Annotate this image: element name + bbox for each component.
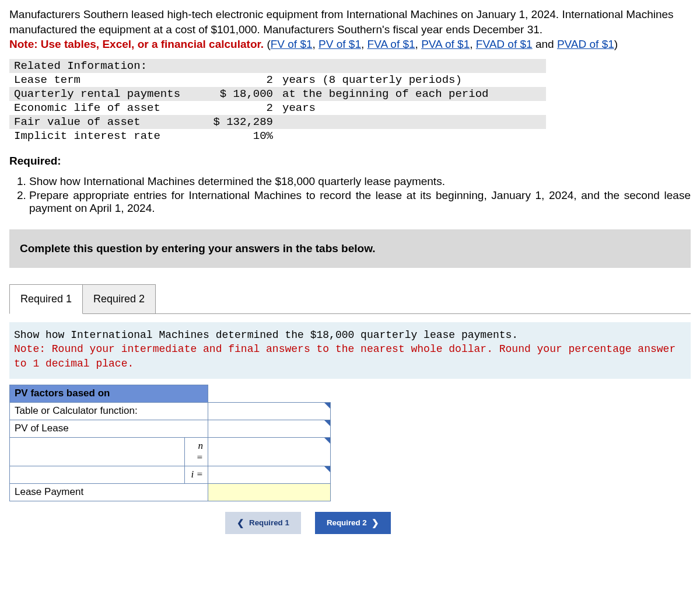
- info-label: Fair value of asset: [9, 115, 208, 129]
- next-button-label: Required 2: [327, 518, 367, 527]
- pv-of-lease-input[interactable]: [208, 420, 331, 437]
- info-note: [278, 115, 546, 129]
- lease-payment-label: Lease Payment: [10, 483, 208, 501]
- problem-intro: Manufacturers Southern leased high-tech …: [9, 7, 691, 52]
- info-value: 2: [208, 73, 278, 87]
- tab-required-1[interactable]: Required 1: [9, 284, 83, 314]
- complete-instruction: Complete this question by entering your …: [9, 229, 691, 268]
- info-note: years: [278, 101, 546, 115]
- info-note: [278, 129, 546, 143]
- dropdown-icon: [324, 438, 330, 444]
- pv-blank-label-n: [10, 437, 185, 466]
- info-label: Implicit interest rate: [9, 129, 208, 143]
- lease-payment-input[interactable]: [208, 483, 331, 501]
- info-value: 10%: [208, 129, 278, 143]
- link-pva-of-1[interactable]: PVA of $1: [421, 38, 470, 50]
- dropdown-icon: [324, 403, 330, 409]
- info-note: years (8 quarterly periods): [278, 73, 546, 87]
- n-input[interactable]: [208, 437, 331, 466]
- link-pvad-of-1[interactable]: PVAD of $1: [557, 38, 614, 50]
- info-label: Quarterly rental payments: [9, 87, 208, 101]
- dropdown-icon: [324, 466, 330, 472]
- chevron-left-icon: ❮: [237, 518, 244, 528]
- note-use-tables: Note: Use tables, Excel, or a financial …: [9, 38, 264, 50]
- prev-button-label: Required 1: [249, 518, 289, 527]
- intro-text: Manufacturers Southern leased high-tech …: [9, 8, 674, 36]
- link-fv-of-1[interactable]: FV of $1: [271, 38, 313, 50]
- next-button[interactable]: Required 2 ❯: [315, 512, 391, 534]
- nav-buttons: ❮ Required 1 Required 2 ❯: [9, 512, 691, 534]
- required-heading: Required:: [9, 155, 691, 168]
- required-item-2: Prepare appropriate entries for Internat…: [29, 189, 691, 215]
- info-label: Economic life of asset: [9, 101, 208, 115]
- prompt-note: Note: Round your intermediate and final …: [14, 342, 686, 371]
- info-note: at the beginning of each period: [278, 87, 546, 101]
- required-list: Show how International Machines determin…: [9, 175, 691, 215]
- info-value: $ 18,000: [208, 87, 278, 101]
- prompt-line-1: Show how International Machines determin…: [14, 328, 686, 342]
- pv-factors-table: PV factors based on Table or Calculator …: [9, 385, 331, 501]
- tab-panel-required-1: Show how International Machines determin…: [9, 313, 691, 534]
- info-value: $ 132,289: [208, 115, 278, 129]
- n-equals-label: n =: [185, 437, 208, 466]
- pv-function-input[interactable]: [208, 402, 331, 420]
- i-input[interactable]: [208, 466, 331, 483]
- i-equals-label: i =: [185, 466, 208, 483]
- info-header: Related Information:: [9, 59, 546, 73]
- tab-required-2[interactable]: Required 2: [82, 284, 156, 314]
- link-pv-of-1[interactable]: PV of $1: [318, 38, 361, 50]
- pv-of-lease-label: PV of Lease: [10, 420, 208, 437]
- dropdown-icon: [324, 420, 330, 426]
- pv-row-function-label: Table or Calculator function:: [10, 402, 208, 420]
- link-fva-of-1[interactable]: FVA of $1: [368, 38, 415, 50]
- link-fvad-of-1[interactable]: FVAD of $1: [476, 38, 533, 50]
- prev-button[interactable]: ❮ Required 1: [225, 512, 301, 534]
- required-item-1: Show how International Machines determin…: [29, 175, 691, 189]
- pv-header: PV factors based on: [10, 385, 208, 402]
- related-info-table: Related Information: Lease term 2 years …: [9, 59, 546, 143]
- panel-prompt: Show how International Machines determin…: [9, 322, 691, 379]
- tabs-bar: Required 1 Required 2: [9, 284, 691, 314]
- info-value: 2: [208, 101, 278, 115]
- pv-blank-label-i: [10, 466, 185, 483]
- info-label: Lease term: [9, 73, 208, 87]
- chevron-right-icon: ❯: [372, 518, 379, 528]
